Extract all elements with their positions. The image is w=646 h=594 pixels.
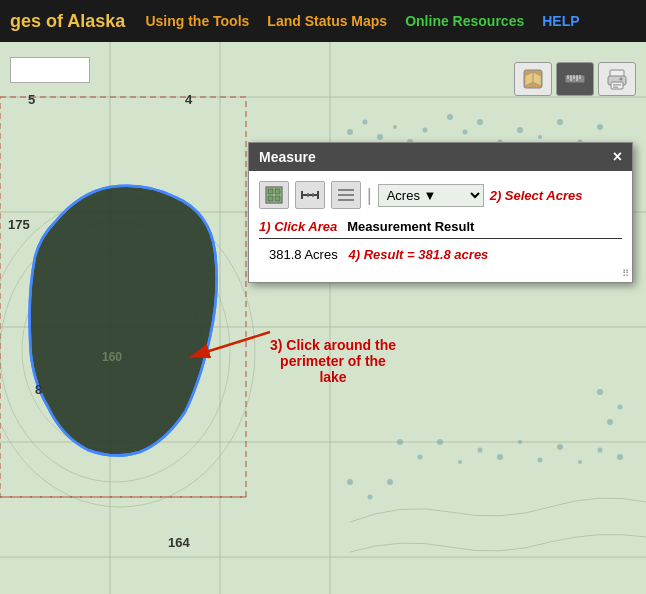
svg-point-46 <box>557 444 563 450</box>
result-value: 381.8 Acres <box>269 247 338 262</box>
nav-help[interactable]: HELP <box>542 13 579 29</box>
svg-rect-70 <box>613 84 621 86</box>
svg-rect-0 <box>0 42 646 594</box>
polyline-tool-icon <box>336 185 356 205</box>
result-header-label: Measurement Result <box>347 219 474 234</box>
svg-point-24 <box>517 127 523 133</box>
measure-panel-body: | Acres ▼ Square Miles Square Feet Hecta… <box>249 171 632 282</box>
svg-point-47 <box>578 460 582 464</box>
polyline-tool-button[interactable] <box>331 181 361 209</box>
measure-button[interactable] <box>556 62 594 96</box>
nav-using-tools[interactable]: Using the Tools <box>145 13 249 29</box>
step1-annotation: 1) Click Area <box>259 219 337 234</box>
measure-toolbar: | Acres ▼ Square Miles Square Feet Hecta… <box>259 181 622 209</box>
svg-point-45 <box>538 458 543 463</box>
svg-point-13 <box>363 120 368 125</box>
svg-point-40 <box>437 439 443 445</box>
measure-icon <box>564 68 586 90</box>
svg-point-21 <box>463 130 468 135</box>
svg-point-72 <box>620 78 623 81</box>
svg-point-53 <box>597 389 603 395</box>
measure-panel: Measure × <box>248 142 633 283</box>
svg-point-20 <box>447 114 453 120</box>
svg-point-50 <box>347 479 353 485</box>
svg-rect-77 <box>275 189 280 194</box>
distance-tool-icon <box>300 185 320 205</box>
svg-rect-79 <box>275 196 280 201</box>
units-select[interactable]: Acres ▼ Square Miles Square Feet Hectare… <box>378 184 484 207</box>
svg-rect-76 <box>268 189 273 194</box>
resize-handle[interactable]: ⠿ <box>622 268 629 279</box>
svg-point-39 <box>418 455 423 460</box>
svg-point-42 <box>478 448 483 453</box>
site-title: ges of Alaska <box>10 11 125 32</box>
identify-icon <box>522 68 544 90</box>
svg-point-54 <box>618 405 623 410</box>
svg-point-14 <box>377 134 383 140</box>
area-tool-icon <box>264 185 284 205</box>
search-input[interactable] <box>10 57 90 83</box>
step2-annotation: 2) Select Acres <box>490 188 583 203</box>
search-box <box>10 57 90 83</box>
svg-point-41 <box>458 460 462 464</box>
svg-rect-78 <box>268 196 273 201</box>
header: ges of Alaska Using the Tools Land Statu… <box>0 0 646 42</box>
svg-point-49 <box>617 454 623 460</box>
svg-point-43 <box>497 454 503 460</box>
svg-point-26 <box>557 119 563 125</box>
svg-rect-71 <box>613 87 618 89</box>
svg-point-55 <box>607 419 613 425</box>
measure-close-button[interactable]: × <box>613 149 622 165</box>
svg-point-22 <box>477 119 483 125</box>
svg-point-25 <box>538 135 542 139</box>
step4-annotation: 4) Result = 381.8 acres <box>349 247 489 262</box>
distance-tool-button[interactable] <box>295 181 325 209</box>
print-button[interactable] <box>598 62 636 96</box>
nav-land-status[interactable]: Land Status Maps <box>267 13 387 29</box>
svg-point-52 <box>387 479 393 485</box>
svg-point-38 <box>397 439 403 445</box>
measure-panel-header: Measure × <box>249 143 632 171</box>
svg-point-51 <box>368 495 373 500</box>
svg-point-28 <box>597 124 603 130</box>
map-toolbar <box>514 62 636 96</box>
result-value-row: 381.8 Acres 4) Result = 381.8 acres <box>259 239 622 262</box>
map-container: 5 4 8 175 160 164 <box>0 42 646 594</box>
toolbar-separator: | <box>367 185 372 206</box>
svg-point-18 <box>423 128 428 133</box>
svg-point-12 <box>347 129 353 135</box>
nav-online-resources[interactable]: Online Resources <box>405 13 524 29</box>
result-header-row: 1) Click Area Measurement Result <box>259 219 622 239</box>
svg-point-48 <box>598 448 603 453</box>
measure-panel-title: Measure <box>259 149 316 165</box>
svg-point-16 <box>393 125 397 129</box>
topo-background <box>0 42 646 594</box>
main-nav: Using the Tools Land Status Maps Online … <box>145 13 579 29</box>
svg-point-44 <box>518 440 522 444</box>
identify-button[interactable] <box>514 62 552 96</box>
area-tool-button[interactable] <box>259 181 289 209</box>
print-icon <box>606 68 628 90</box>
